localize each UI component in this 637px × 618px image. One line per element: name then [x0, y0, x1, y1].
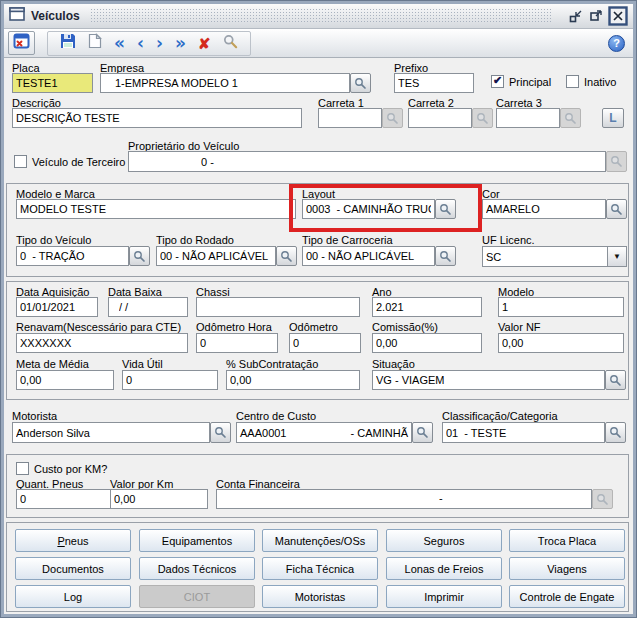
layout-search-button[interactable] — [435, 199, 456, 219]
situacao-label: Situação — [372, 358, 415, 370]
tipo-rodado-input[interactable] — [156, 246, 276, 266]
odometro-hora-input[interactable] — [196, 333, 278, 353]
odometro-input[interactable] — [289, 333, 361, 353]
vida-util-input[interactable] — [122, 370, 218, 390]
titlebar-texture — [90, 8, 553, 24]
data-baixa-input[interactable] — [108, 297, 188, 317]
odometro-label: Odômetro — [289, 321, 338, 333]
custo-km-checkbox[interactable] — [16, 462, 29, 475]
meta-media-input[interactable] — [16, 370, 114, 390]
subcontratacao-input[interactable] — [226, 370, 360, 390]
ciot-button: CIOT — [139, 585, 255, 608]
uf-licenc-label: UF Licenc. — [482, 234, 535, 246]
new-document-icon[interactable] — [88, 33, 102, 53]
controle-engate-button[interactable]: Controle de Engate — [509, 585, 625, 608]
carreta1-input[interactable] — [318, 108, 382, 128]
titlebar[interactable]: Veículos — [4, 4, 633, 29]
log-button[interactable]: Log — [15, 585, 131, 608]
veiculo-terceiro-checkbox[interactable] — [14, 155, 27, 168]
uf-licenc-combobox[interactable]: SC ▼ — [482, 246, 627, 267]
situacao-search-button[interactable] — [605, 370, 626, 390]
renavam-input[interactable] — [16, 333, 188, 353]
comissao-label: Comissão(%) — [372, 321, 438, 333]
valor-nf-input[interactable] — [498, 333, 624, 353]
tipo-carroceria-label: Tipo de Carroceria — [302, 234, 393, 246]
tipo-carroceria-search-button[interactable] — [435, 246, 456, 266]
centro-custo-search-button[interactable] — [412, 422, 433, 443]
manutencoes-oss-button[interactable]: Manutenções/OSs — [262, 529, 378, 552]
descricao-input[interactable] — [12, 108, 302, 128]
uf-licenc-value: SC — [483, 251, 607, 263]
odometro-hora-label: Odômetro Hora — [196, 321, 272, 333]
minimize-icon[interactable] — [568, 9, 583, 24]
conta-financeira-value: - — [439, 492, 443, 504]
tipo-veiculo-label: Tipo do Veículo — [16, 234, 91, 246]
carreta2-input[interactable] — [408, 108, 472, 128]
next-record-icon[interactable]: › — [156, 35, 163, 52]
delete-record-icon[interactable]: ✘ — [198, 36, 211, 51]
l-button[interactable]: L — [602, 108, 624, 128]
documentos-button[interactable]: Documentos — [15, 557, 131, 580]
conta-financeira-field[interactable]: - — [216, 489, 592, 509]
tipo-veiculo-search-button[interactable] — [129, 246, 150, 266]
close-icon[interactable] — [608, 6, 628, 26]
tipo-carroceria-input[interactable] — [302, 246, 435, 266]
carreta2-search-button — [472, 108, 493, 128]
carreta3-search-button — [560, 108, 581, 128]
seguros-button[interactable]: Seguros — [386, 529, 502, 552]
inativo-checkbox[interactable] — [566, 75, 579, 88]
chevron-down-icon[interactable]: ▼ — [607, 247, 626, 266]
previous-record-icon[interactable]: ‹ — [137, 35, 144, 52]
empresa-search-button[interactable] — [350, 73, 371, 93]
quant-pneus-input[interactable] — [16, 489, 118, 509]
modelo-marca-input[interactable] — [16, 199, 296, 219]
layout-input[interactable] — [302, 199, 435, 219]
search-icon[interactable] — [223, 34, 238, 53]
equipamentos-button[interactable]: Equipamentos — [139, 529, 255, 552]
valor-por-km-input[interactable] — [110, 489, 208, 509]
classificacao-input[interactable] — [442, 422, 605, 443]
tipo-rodado-search-button[interactable] — [276, 246, 297, 266]
pneus-button[interactable]: Pneus — [15, 529, 131, 552]
proprietario-input[interactable] — [128, 151, 606, 172]
motoristas-button[interactable]: Motoristas — [262, 585, 378, 608]
save-icon[interactable] — [60, 33, 76, 53]
classificacao-label: Classificação/Categoria — [442, 410, 558, 422]
cor-search-button[interactable] — [606, 199, 627, 219]
vehicle-form: Placa Empresa Prefixo Principal Inativo … — [4, 58, 633, 614]
placa-input[interactable] — [12, 73, 93, 93]
carreta3-input[interactable] — [496, 108, 560, 128]
valor-nf-label: Valor NF — [498, 321, 541, 333]
centro-custo-field[interactable]: AAA0001 - CAMINHÃ — [236, 422, 412, 443]
exit-button[interactable] — [8, 31, 35, 55]
subcontratacao-label: % SubContratação — [226, 358, 318, 370]
motorista-input[interactable] — [12, 422, 210, 443]
prefixo-input[interactable] — [394, 73, 474, 93]
tipo-veiculo-input[interactable] — [16, 246, 129, 266]
lonas-de-freios-button[interactable]: Lonas de Freios — [386, 557, 502, 580]
conta-financeira-search-button — [592, 489, 613, 509]
empresa-input[interactable] — [100, 73, 350, 93]
troca-placa-button[interactable]: Troca Placa — [509, 529, 625, 552]
classificacao-search-button[interactable] — [605, 422, 626, 443]
dados-tecnicos-button[interactable]: Dados Técnicos — [139, 557, 255, 580]
cor-input[interactable] — [482, 199, 606, 219]
meta-media-label: Meta de Média — [16, 358, 89, 370]
situacao-input[interactable] — [372, 370, 605, 390]
inativo-label: Inativo — [584, 76, 616, 88]
ano-input[interactable] — [372, 297, 482, 317]
imprimir-button[interactable]: Imprimir — [386, 585, 502, 608]
ficha-tecnica-button[interactable]: Ficha Técnica — [262, 557, 378, 580]
motorista-search-button[interactable] — [210, 422, 231, 443]
viagens-button[interactable]: Viagens — [509, 557, 625, 580]
help-button[interactable]: ? — [608, 35, 625, 52]
veiculo-terceiro-label: Veículo de Terceiro — [32, 156, 125, 168]
chassi-input[interactable] — [196, 297, 360, 317]
comissao-input[interactable] — [372, 333, 482, 353]
first-record-icon[interactable]: « — [114, 35, 125, 52]
last-record-icon[interactable]: » — [175, 35, 186, 52]
data-aquisicao-input[interactable] — [16, 297, 98, 317]
principal-checkbox[interactable] — [491, 75, 504, 88]
modelo-input[interactable] — [498, 297, 624, 317]
maximize-icon[interactable] — [588, 9, 603, 24]
